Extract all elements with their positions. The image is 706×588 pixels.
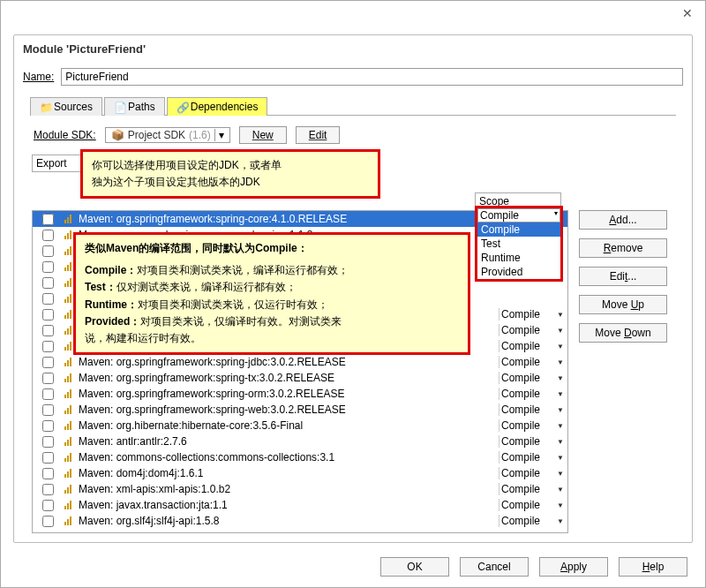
scope-cell[interactable]: Compile▼: [499, 435, 566, 448]
export-checkbox[interactable]: [34, 213, 61, 225]
table-row[interactable]: Maven: xml-apis:xml-apis:1.0.b2Compile▼: [33, 481, 567, 497]
export-checkbox[interactable]: [34, 372, 61, 384]
chevron-down-icon: ▼: [557, 438, 564, 446]
tab-bar: 📁 Sources 📄 Paths 🔗 Dependencies: [30, 96, 676, 116]
library-icon: [61, 485, 75, 494]
move-up-button[interactable]: Move Up: [579, 295, 667, 314]
library-icon: [61, 358, 75, 366]
move-down-button[interactable]: Move Down: [579, 323, 667, 343]
sdk-icon: 📦: [111, 129, 124, 141]
table-row[interactable]: Maven: org.springframework:spring-jdbc:3…: [33, 354, 567, 370]
export-checkbox[interactable]: [34, 340, 61, 352]
chevron-down-icon: ▼: [557, 517, 564, 525]
export-checkbox[interactable]: [34, 245, 61, 257]
table-row[interactable]: Maven: org.hibernate:hibernate-core:3.5.…: [33, 418, 567, 433]
edit-sdk-button[interactable]: Edit: [296, 126, 341, 144]
scope-option-test[interactable]: Test: [477, 237, 560, 251]
export-checkbox[interactable]: [34, 451, 61, 464]
table-row[interactable]: Maven: antlr:antlr:2.7.6Compile▼: [33, 433, 567, 449]
export-checkbox[interactable]: [34, 324, 61, 336]
dialog-buttons: OK Cancel Apply Help: [380, 557, 687, 577]
scope-combo[interactable]: Compile▾: [477, 208, 560, 222]
table-row[interactable]: Maven: org.springframework:spring-orm:3.…: [33, 386, 567, 402]
table-row[interactable]: Maven: org.springframework:spring-web:3.…: [33, 402, 567, 418]
scope-cell[interactable]: Compile▼: [499, 515, 566, 527]
help-button[interactable]: Help: [619, 557, 687, 577]
chevron-down-icon: ▼: [557, 406, 564, 414]
library-icon: [61, 501, 75, 509]
folder-icon: 📁: [40, 102, 50, 112]
callout-scope: 类似Maven的编译范围，同时默认为Compile： Compile：对项目类和…: [73, 232, 470, 355]
table-row[interactable]: Maven: org.slf4j:slf4j-api:1.5.8Compile▼: [33, 513, 567, 529]
paths-icon: 📄: [114, 102, 124, 112]
chevron-down-icon: ▼: [557, 454, 564, 462]
scope-cell[interactable]: Compile▼: [499, 419, 566, 432]
table-row[interactable]: Maven: org.springframework:spring-tx:3.0…: [33, 370, 567, 386]
new-button[interactable]: New: [239, 126, 287, 144]
scope-cell[interactable]: Compile▼: [499, 451, 566, 464]
chevron-down-icon: ▼: [557, 311, 564, 319]
sdk-row: Module SDK: 📦 Project SDK (1.6) ▾ New Ed…: [14, 116, 692, 151]
export-checkbox[interactable]: [34, 260, 61, 273]
export-checkbox[interactable]: [34, 308, 61, 320]
scope-cell[interactable]: Compile▼: [499, 403, 566, 416]
apply-button[interactable]: Apply: [539, 557, 608, 577]
scope-cell[interactable]: Compile▼: [499, 483, 566, 495]
add-button[interactable]: Add...: [579, 210, 667, 230]
library-icon: [61, 437, 75, 446]
dependency-name: Maven: javax.transaction:jta:1.1: [75, 499, 499, 511]
scope-cell[interactable]: Compile▼: [499, 308, 566, 320]
cancel-button[interactable]: Cancel: [460, 557, 529, 577]
remove-button[interactable]: Remove: [579, 238, 667, 258]
scope-cell[interactable]: Compile▼: [499, 340, 566, 352]
chevron-down-icon: ▼: [557, 358, 564, 366]
export-checkbox[interactable]: [34, 435, 61, 448]
table-row[interactable]: Maven: dom4j:dom4j:1.6.1Compile▼: [33, 465, 567, 481]
library-icon: [61, 469, 75, 478]
scope-cell[interactable]: Compile▼: [499, 324, 566, 336]
scope-option-provided[interactable]: Provided: [477, 265, 560, 279]
export-checkbox[interactable]: [34, 403, 61, 416]
export-checkbox[interactable]: [34, 276, 61, 289]
export-checkbox[interactable]: [34, 388, 61, 400]
table-row[interactable]: Maven: javax.transaction:jta:1.1Compile▼: [33, 497, 567, 513]
library-icon: [61, 215, 75, 223]
scope-option-compile[interactable]: Compile: [477, 222, 560, 237]
export-checkbox[interactable]: [34, 467, 61, 479]
dependency-name: Maven: org.hibernate:hibernate-core:3.5.…: [75, 419, 499, 432]
dependency-name: Maven: xml-apis:xml-apis:1.0.b2: [75, 483, 499, 495]
dependency-name: Maven: org.springframework:spring-jdbc:3…: [75, 356, 499, 368]
tab-sources[interactable]: 📁 Sources: [30, 97, 102, 116]
sdk-combo[interactable]: 📦 Project SDK (1.6) ▾: [105, 127, 230, 143]
scope-cell[interactable]: Compile▼: [499, 356, 566, 368]
export-checkbox[interactable]: [34, 229, 61, 241]
scope-cell[interactable]: Compile▼: [499, 372, 566, 384]
export-checkbox[interactable]: [34, 419, 61, 432]
callout-sdk: 你可以选择使用项目设定的JDK，或者单 独为这个子项目设定其他版本的JDK: [80, 149, 380, 199]
close-icon[interactable]: ✕: [682, 6, 693, 20]
export-checkbox[interactable]: [34, 483, 61, 495]
scope-option-runtime[interactable]: Runtime: [477, 251, 560, 265]
export-checkbox[interactable]: [34, 515, 61, 527]
export-checkbox[interactable]: [34, 499, 61, 511]
chevron-down-icon: ▼: [557, 422, 564, 430]
name-input[interactable]: [61, 68, 683, 86]
name-row: Name:: [14, 63, 692, 91]
header-export[interactable]: Export: [32, 155, 83, 172]
ok-button[interactable]: OK: [380, 557, 449, 577]
chevron-down-icon: ▾: [554, 209, 558, 222]
scope-cell[interactable]: Compile▼: [499, 388, 566, 400]
library-icon: [61, 405, 75, 414]
dialog-window: ✕ Module 'PictureFriend' Name: 📁 Sources…: [0, 0, 706, 588]
scope-cell[interactable]: Compile▼: [499, 467, 566, 479]
panel-title: Module 'PictureFriend': [14, 35, 692, 63]
export-checkbox[interactable]: [34, 356, 61, 368]
library-icon: [61, 373, 75, 382]
table-row[interactable]: Maven: commons-collections:commons-colle…: [33, 449, 567, 465]
dependency-icon: 🔗: [176, 102, 187, 112]
edit-button[interactable]: Edit...: [579, 267, 667, 286]
tab-dependencies[interactable]: 🔗 Dependencies: [167, 97, 268, 116]
tab-paths[interactable]: 📄 Paths: [104, 97, 165, 116]
export-checkbox[interactable]: [34, 292, 61, 305]
scope-cell[interactable]: Compile▼: [499, 499, 566, 511]
